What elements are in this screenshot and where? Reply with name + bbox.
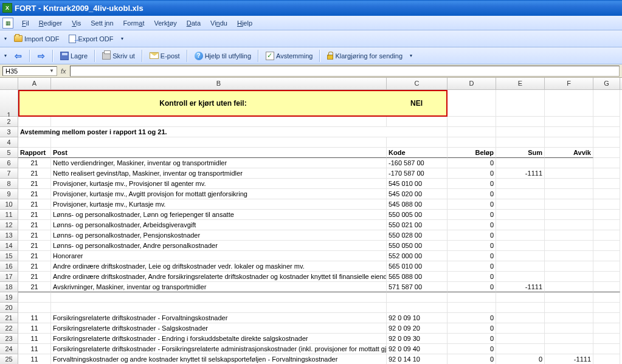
cell[interactable] xyxy=(593,354,620,364)
cell-avvik[interactable] xyxy=(545,210,593,220)
row-header[interactable]: 5 xyxy=(0,148,18,158)
cell-sum[interactable] xyxy=(496,251,545,261)
row-header[interactable]: 16 xyxy=(0,261,18,272)
cell[interactable] xyxy=(593,220,620,230)
row-header[interactable]: 15 xyxy=(0,251,18,261)
cell-kode[interactable]: 92 0 09 30 xyxy=(387,334,447,344)
hdr-avvik[interactable]: Avvik xyxy=(545,148,593,158)
cell-belop[interactable]: 0 xyxy=(447,323,496,334)
row-header[interactable]: 3 xyxy=(0,127,18,137)
cell-belop[interactable]: 0 xyxy=(447,241,496,251)
hdr-rapport[interactable]: Rapport xyxy=(18,148,51,158)
formula-bar[interactable] xyxy=(70,66,620,77)
cell-rapport[interactable]: 21 xyxy=(18,220,51,230)
cell[interactable] xyxy=(593,334,620,344)
cell-post[interactable]: Forsikringsrelaterte driftskostnader - S… xyxy=(51,323,387,334)
cell-sum[interactable] xyxy=(496,334,545,344)
col-header-E[interactable]: E xyxy=(496,78,545,89)
cell[interactable] xyxy=(18,303,51,313)
toolbar-overflow[interactable] xyxy=(119,32,125,46)
cell-avvik[interactable] xyxy=(545,323,593,334)
cell[interactable] xyxy=(593,241,620,251)
cell-sum[interactable] xyxy=(496,241,545,251)
avstemming-button[interactable]: Avstemming xyxy=(261,50,317,62)
menu-hjelp[interactable]: Hjelp xyxy=(232,18,257,29)
cell-rapport[interactable]: 21 xyxy=(18,179,51,189)
cell-avvik[interactable] xyxy=(545,261,593,272)
cell[interactable] xyxy=(496,127,545,137)
cell-sum[interactable] xyxy=(496,210,545,220)
cell[interactable] xyxy=(593,323,620,334)
email-button[interactable]: E-post xyxy=(145,50,184,61)
cell-belop[interactable]: 0 xyxy=(447,179,496,189)
cell-kode[interactable]: -160 587 00 xyxy=(387,158,447,168)
cell-sum[interactable] xyxy=(496,313,545,323)
cell-rapport[interactable]: 21 xyxy=(18,199,51,210)
cell[interactable] xyxy=(593,148,620,158)
cell-avvik[interactable] xyxy=(545,230,593,241)
cell-sum[interactable]: 0 xyxy=(496,354,545,364)
row-header[interactable]: 11 xyxy=(0,210,18,220)
cell-post[interactable]: Avskrivninger, Maskiner, inventar og tra… xyxy=(51,282,387,292)
spreadsheet-grid[interactable]: A B C D E F G 1 Kontroll er kjørt uten f… xyxy=(0,78,622,364)
menu-format[interactable]: Format xyxy=(119,18,150,29)
cell-sum[interactable] xyxy=(496,179,545,189)
menu-verktoy[interactable]: Verktøy xyxy=(149,18,181,29)
cell-avvik[interactable] xyxy=(545,272,593,282)
row-header[interactable]: 21 xyxy=(0,313,18,323)
cell-post[interactable]: Forvaltningskostnader og andre kostnader… xyxy=(51,354,387,364)
row-header[interactable]: 23 xyxy=(0,334,18,344)
cell[interactable] xyxy=(447,117,496,127)
cell-rapport[interactable]: 11 xyxy=(18,323,51,334)
cell-kode[interactable]: 550 005 00 xyxy=(387,210,447,220)
col-header-F[interactable]: F xyxy=(545,78,593,89)
cell[interactable] xyxy=(593,344,620,354)
cell-kode[interactable]: 550 050 00 xyxy=(387,241,447,251)
nav-fwd-button[interactable] xyxy=(33,49,50,63)
cell-avvik[interactable] xyxy=(545,199,593,210)
cell-avvik[interactable] xyxy=(545,158,593,168)
cell-post[interactable]: Netto verdiendringer, Maskiner, inventar… xyxy=(51,158,387,168)
cell-avvik[interactable] xyxy=(545,251,593,261)
cell-post[interactable]: Forsikringsrelaterte driftskostnader - E… xyxy=(51,334,387,344)
chevron-down-icon[interactable]: ▼ xyxy=(49,68,54,74)
cell-kode[interactable]: 565 010 00 xyxy=(387,261,447,272)
row-header[interactable]: 2 xyxy=(0,117,18,127)
cell[interactable] xyxy=(593,189,620,199)
cell[interactable] xyxy=(593,230,620,241)
row-header[interactable]: 9 xyxy=(0,189,18,199)
menu-vindu[interactable]: Vindu xyxy=(206,18,232,29)
cell[interactable] xyxy=(18,292,51,303)
cell-post[interactable]: Netto realisert gevinst/tap, Maskiner, i… xyxy=(51,168,387,179)
cell-rapport[interactable]: 21 xyxy=(18,261,51,272)
cell[interactable] xyxy=(593,158,620,168)
hdr-kode[interactable]: Kode xyxy=(387,148,447,158)
col-header-G[interactable]: G xyxy=(593,78,620,89)
cell-kode[interactable]: -170 587 00 xyxy=(387,168,447,179)
cell-belop[interactable]: 0 xyxy=(447,313,496,323)
row-header[interactable]: 17 xyxy=(0,272,18,282)
row-header[interactable]: 22 xyxy=(0,323,18,334)
toolbar-overflow[interactable] xyxy=(408,49,414,63)
col-header-D[interactable]: D xyxy=(447,78,496,89)
row-header[interactable]: 20 xyxy=(0,303,18,313)
cell-sum[interactable] xyxy=(496,323,545,334)
cell-kode[interactable]: 92 0 09 10 xyxy=(387,313,447,323)
cell[interactable] xyxy=(545,292,593,303)
cell-sum[interactable] xyxy=(496,230,545,241)
menu-data[interactable]: Data xyxy=(182,18,206,29)
cell-kode[interactable]: 545 088 00 xyxy=(387,199,447,210)
cell[interactable] xyxy=(18,117,51,127)
cell[interactable] xyxy=(593,313,620,323)
cell-belop[interactable]: 0 xyxy=(447,220,496,230)
toolbar-handle[interactable] xyxy=(2,49,9,63)
row-header[interactable]: 4 xyxy=(0,137,18,148)
cell[interactable] xyxy=(387,117,447,127)
cell-post[interactable]: Forsikringsrelaterte driftskostnader - F… xyxy=(51,313,387,323)
cell-sum[interactable]: -1111 xyxy=(496,168,545,179)
cell-kode[interactable]: 545 020 00 xyxy=(387,189,447,199)
cell-avvik[interactable]: -1111 xyxy=(545,354,593,364)
cell-kode[interactable]: 92 0 14 10 xyxy=(387,354,447,364)
cell-avvik[interactable] xyxy=(545,313,593,323)
nav-back-button[interactable] xyxy=(10,49,27,63)
